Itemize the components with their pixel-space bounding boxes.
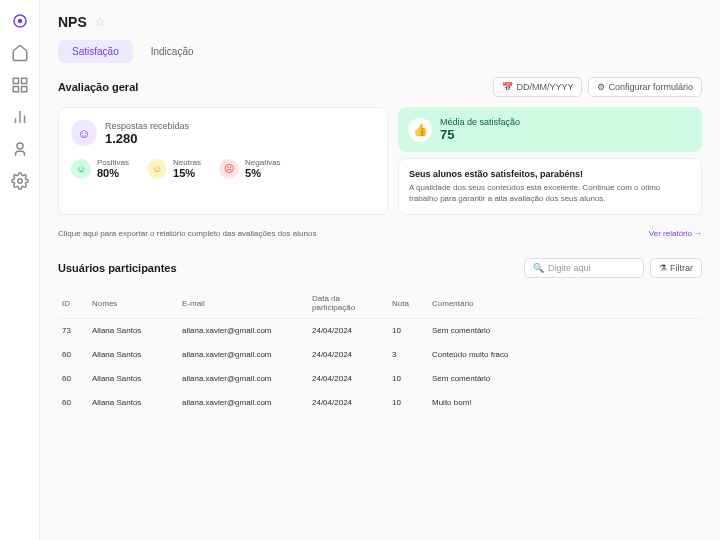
cell-date: 24/04/2024 (308, 343, 388, 367)
table-row[interactable]: 73Allana Santosallana.xavier@gmail.com24… (58, 319, 702, 343)
header: NPS ☆ (58, 14, 702, 30)
filter-button[interactable]: ⚗Filtrar (650, 258, 702, 278)
cell-name: Allana Santos (88, 391, 178, 415)
cell-score: 10 (388, 391, 428, 415)
config-button-label: Configurar formulário (608, 82, 693, 92)
satisfaction-value: 75 (440, 127, 520, 142)
negatives-label: Negativas (245, 158, 281, 167)
cell-email: allana.xavier@gmail.com (178, 343, 308, 367)
svg-rect-4 (13, 87, 18, 92)
overview-actions: 📅DD/MM/YYYY ⚙Configurar formulário (493, 77, 702, 97)
participants-table: ID Nomes E-mail Data da participação Not… (58, 288, 702, 415)
neutral-icon: ☺ (147, 159, 167, 179)
cell-name: Allana Santos (88, 343, 178, 367)
neutrals-label: Neutras (173, 158, 201, 167)
cell-id: 73 (58, 319, 88, 343)
config-button[interactable]: ⚙Configurar formulário (588, 77, 702, 97)
cell-id: 60 (58, 343, 88, 367)
col-comment[interactable]: Comentário (428, 288, 702, 319)
responses-label: Respostas recebidas (105, 121, 189, 131)
grid-icon[interactable] (11, 76, 29, 94)
home-icon[interactable] (11, 44, 29, 62)
settings-icon[interactable] (11, 172, 29, 190)
export-bar: Clique aqui para exportar o relatório co… (58, 223, 702, 244)
col-id[interactable]: ID (58, 288, 88, 319)
svg-rect-3 (21, 78, 26, 83)
cell-name: Allana Santos (88, 319, 178, 343)
date-button-label: DD/MM/YYYY (516, 82, 573, 92)
logo-icon[interactable] (11, 12, 29, 30)
cell-date: 24/04/2024 (308, 391, 388, 415)
cell-date: 24/04/2024 (308, 319, 388, 343)
satisfaction-card: 👍 Média de satisfação 75 (398, 107, 702, 152)
cell-comment: Muito bom! (428, 391, 702, 415)
negatives-value: 5% (245, 167, 281, 179)
responses-value: 1.280 (105, 131, 189, 146)
chart-icon[interactable] (11, 108, 29, 126)
export-text: Clique aqui para exportar o relatório co… (58, 229, 316, 238)
report-link[interactable]: Ver relatório → (649, 229, 702, 238)
col-name[interactable]: Nomes (88, 288, 178, 319)
cell-email: allana.xavier@gmail.com (178, 367, 308, 391)
table-row[interactable]: 60Allana Santosallana.xavier@gmail.com24… (58, 391, 702, 415)
cell-score: 10 (388, 367, 428, 391)
date-button[interactable]: 📅DD/MM/YYYY (493, 77, 582, 97)
responses-stat: ☺ Respostas recebidas 1.280 (71, 120, 375, 146)
gear-icon: ⚙ (597, 82, 605, 92)
breakdown-row: ☺ Positivas 80% ☺ Neutras 15% (71, 158, 375, 179)
search-placeholder: Digite aqui (548, 263, 591, 273)
tab-indication[interactable]: Indicação (137, 40, 208, 63)
table-header-row: ID Nomes E-mail Data da participação Not… (58, 288, 702, 319)
cell-email: allana.xavier@gmail.com (178, 391, 308, 415)
sidebar (0, 0, 40, 540)
overview: ☺ Respostas recebidas 1.280 ☺ Positivas … (58, 107, 702, 215)
filter-icon: ⚗ (659, 263, 667, 273)
cell-id: 60 (58, 367, 88, 391)
svg-point-9 (17, 143, 23, 149)
smile-icon: ☺ (71, 120, 97, 146)
svg-point-10 (17, 179, 22, 184)
tab-satisfaction[interactable]: Satisfação (58, 40, 133, 63)
col-email[interactable]: E-mail (178, 288, 308, 319)
cell-id: 60 (58, 391, 88, 415)
search-icon: 🔍 (533, 263, 544, 273)
main-content: NPS ☆ Satisfação Indicação Avaliação ger… (40, 0, 720, 540)
positives-label: Positivas (97, 158, 129, 167)
cell-email: allana.xavier@gmail.com (178, 319, 308, 343)
happy-icon: ☺ (71, 159, 91, 179)
overview-header: Avaliação geral 📅DD/MM/YYYY ⚙Configurar … (58, 77, 702, 97)
cell-name: Allana Santos (88, 367, 178, 391)
cell-comment: Sem comentário (428, 367, 702, 391)
message-card: Seus alunos estão satisfeitos, parabéns!… (398, 158, 702, 215)
calendar-icon: 📅 (502, 82, 513, 92)
neutrals-stat: ☺ Neutras 15% (147, 158, 201, 179)
thumbs-up-icon: 👍 (408, 118, 432, 142)
users-icon[interactable] (11, 140, 29, 158)
col-score[interactable]: Nota (388, 288, 428, 319)
cell-score: 10 (388, 319, 428, 343)
neutrals-value: 15% (173, 167, 201, 179)
search-input[interactable]: 🔍Digite aqui (524, 258, 644, 278)
participants-header: Usuários participantes 🔍Digite aqui ⚗Fil… (58, 258, 702, 278)
table-row[interactable]: 60Allana Santosallana.xavier@gmail.com24… (58, 343, 702, 367)
positives-stat: ☺ Positivas 80% (71, 158, 129, 179)
cell-comment: Conteúdo muito fraco (428, 343, 702, 367)
participants-title: Usuários participantes (58, 262, 177, 274)
star-icon[interactable]: ☆ (95, 15, 106, 29)
positives-value: 80% (97, 167, 129, 179)
page-title: NPS (58, 14, 87, 30)
search-filter: 🔍Digite aqui ⚗Filtrar (524, 258, 702, 278)
negatives-stat: ☹ Negativas 5% (219, 158, 281, 179)
sad-icon: ☹ (219, 159, 239, 179)
message-text: A qualidade dos seus conteúdos está exce… (409, 182, 691, 204)
overview-title: Avaliação geral (58, 81, 138, 93)
table-row[interactable]: 60Allana Santosallana.xavier@gmail.com24… (58, 367, 702, 391)
cell-score: 3 (388, 343, 428, 367)
col-date[interactable]: Data da participação (308, 288, 388, 319)
cell-date: 24/04/2024 (308, 367, 388, 391)
stats-card: ☺ Respostas recebidas 1.280 ☺ Positivas … (58, 107, 388, 215)
cell-comment: Sem comentário (428, 319, 702, 343)
filter-button-label: Filtrar (670, 263, 693, 273)
tabs: Satisfação Indicação (58, 40, 702, 63)
svg-rect-5 (21, 87, 26, 92)
